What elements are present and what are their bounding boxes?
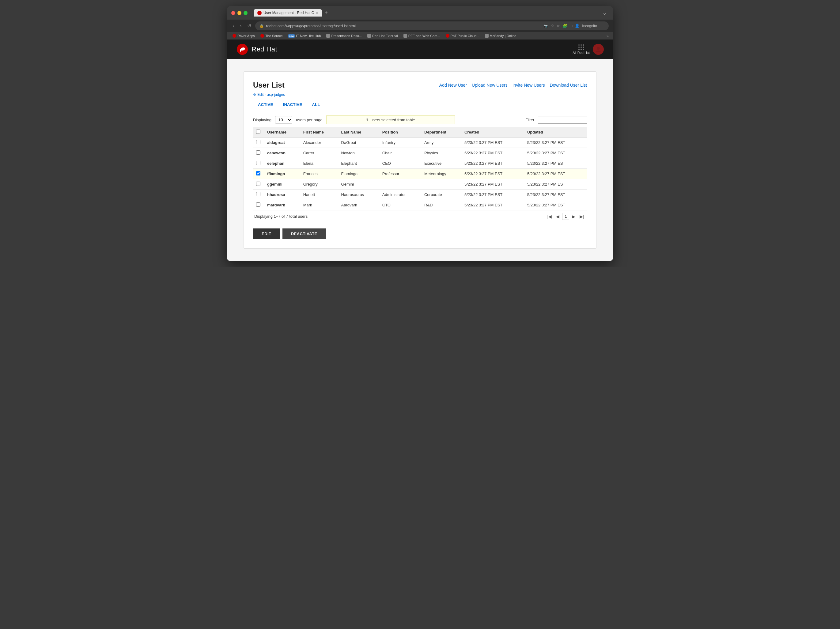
extensions-icon[interactable]: 🧩 <box>562 24 567 28</box>
camera-icon: 📷 <box>544 24 548 28</box>
tab-inactive[interactable]: INACTIVE <box>278 101 307 109</box>
tab-close-button[interactable]: ✕ <box>316 11 318 15</box>
minimize-button[interactable] <box>237 11 242 15</box>
redhat-logo-icon <box>236 43 248 55</box>
deactivate-button[interactable]: DEACTIVATE <box>283 229 326 239</box>
cell-firstname: Alexander <box>300 137 338 148</box>
bottom-actions: EDIT DEACTIVATE <box>253 229 587 239</box>
next-page-button[interactable]: ▶ <box>570 213 577 220</box>
edit-link[interactable]: ⚙ Edit - asp-judges <box>253 93 587 97</box>
pagination: |◀ ◀ 1 ▶ ▶| <box>546 213 586 220</box>
reload-button[interactable]: ↺ <box>246 22 253 29</box>
row-checkbox[interactable] <box>256 171 261 175</box>
star-icon[interactable]: ☆ <box>551 24 554 28</box>
more-bookmarks-icon[interactable]: » <box>606 34 609 38</box>
current-page: 1 <box>562 213 569 220</box>
browser-menu-icon[interactable]: ⌄ <box>602 9 609 16</box>
cell-username: fflamingo <box>264 169 300 179</box>
cell-username: aldagreat <box>264 137 300 148</box>
cell-lastname: Gemini <box>338 179 379 189</box>
select-all-checkbox[interactable] <box>256 129 261 134</box>
row-checkbox-cell <box>253 189 264 200</box>
displaying-info: Displaying 1–7 of 7 total users <box>254 214 308 219</box>
address-bar: ‹ › ↺ 🔒 redhat.com/wapps/ugc/protected/u… <box>227 20 613 32</box>
close-button[interactable] <box>231 11 235 15</box>
table-row: fflamingo Frances Flamingo Professor Met… <box>253 169 587 179</box>
bookmark-label: Presentation Reso... <box>331 34 362 38</box>
table-row: mardvark Mark Aardvark CTO R&D 5/23/22 3… <box>253 200 587 210</box>
row-checkbox[interactable] <box>256 192 261 196</box>
back-button[interactable]: ‹ <box>231 23 236 29</box>
download-user-list-link[interactable]: Download User List <box>550 83 587 88</box>
rh-header-right: All Red Hat <box>573 44 604 55</box>
invite-new-users-link[interactable]: Invite New Users <box>513 83 545 88</box>
prev-page-button[interactable]: ◀ <box>554 213 561 220</box>
red-hat-icon <box>446 34 449 38</box>
row-checkbox-cell <box>253 148 264 158</box>
tab-favicon <box>257 11 262 15</box>
row-checkbox[interactable] <box>256 181 261 186</box>
bookmark-label: Rover Apps <box>237 34 255 38</box>
tablet-icon: □ <box>570 24 572 28</box>
first-page-button[interactable]: |◀ <box>546 213 553 220</box>
add-new-user-link[interactable]: Add New User <box>439 83 467 88</box>
cell-updated: 5/23/22 3:27 PM EST <box>524 158 587 169</box>
row-checkbox[interactable] <box>256 161 261 165</box>
edit-button[interactable]: EDIT <box>253 229 280 239</box>
cell-created: 5/23/22 3:27 PM EST <box>461 189 524 200</box>
tab-all[interactable]: ALL <box>307 101 325 109</box>
cell-position: Administrator <box>379 189 421 200</box>
data-table: Username First Name Last Name Position D… <box>253 127 587 210</box>
select-all-header <box>253 127 264 137</box>
last-page-button[interactable]: ▶| <box>578 213 586 220</box>
bookmark-the-source[interactable]: The Source <box>259 33 284 38</box>
url-box[interactable]: 🔒 redhat.com/wapps/ugc/protected/usermgt… <box>255 21 609 30</box>
users-per-page-label: users per page <box>296 118 322 122</box>
new-badge: new <box>288 34 295 38</box>
page-actions: Add New User Upload New Users Invite New… <box>439 83 587 88</box>
upload-new-users-link[interactable]: Upload New Users <box>472 83 508 88</box>
bookmark-it-new-hire[interactable]: new IT New Hire Hub <box>287 33 322 38</box>
col-firstname: First Name <box>300 127 338 137</box>
svg-point-1 <box>597 47 600 50</box>
row-checkbox-cell <box>253 158 264 169</box>
forward-button[interactable]: › <box>238 23 243 29</box>
bookmark-pfe[interactable]: PFE and Web Com... <box>402 33 441 38</box>
row-checkbox-cell <box>253 137 264 148</box>
row-checkbox[interactable] <box>256 140 261 144</box>
pen-icon: ✏ <box>557 24 560 28</box>
chrome-menu-icon[interactable]: ⋮ <box>600 23 605 29</box>
all-rh-menu[interactable]: All Red Hat <box>573 44 590 55</box>
tab-bar: User Management - Red Hat C ✕ + <box>254 9 599 17</box>
cell-updated: 5/23/22 3:27 PM EST <box>524 137 587 148</box>
table-controls: Displaying 10 25 50 100 users per page 1… <box>253 115 587 125</box>
bookmark-mcsandy[interactable]: McSandy | Online <box>484 33 518 38</box>
edit-link-text: Edit - asp-judges <box>257 93 285 97</box>
traffic-lights <box>231 11 248 15</box>
bookmark-label: Red Hat External <box>372 34 398 38</box>
bookmark-presentation[interactable]: Presentation Reso... <box>325 33 363 38</box>
bookmark-red-hat-external[interactable]: Red Hat External <box>366 33 399 38</box>
active-tab[interactable]: User Management - Red Hat C ✕ <box>254 9 322 17</box>
bookmark-rover-apps[interactable]: Rover Apps <box>231 33 256 38</box>
row-checkbox[interactable] <box>256 202 261 207</box>
row-checkbox-cell <box>253 169 264 179</box>
user-avatar[interactable] <box>593 44 604 55</box>
cell-username: canewton <box>264 148 300 158</box>
the-source-icon <box>261 34 264 38</box>
row-checkbox[interactable] <box>256 150 261 154</box>
tab-active[interactable]: ACTIVE <box>253 101 278 109</box>
new-tab-button[interactable]: + <box>323 10 329 16</box>
cell-created: 5/23/22 3:27 PM EST <box>461 169 524 179</box>
cell-username: hhadrosa <box>264 189 300 200</box>
cell-position: CTO <box>379 200 421 210</box>
filter-input[interactable] <box>538 116 587 124</box>
cell-department: Army <box>421 137 461 148</box>
profile-icon[interactable]: 👤 <box>575 24 579 28</box>
per-page-select[interactable]: 10 25 50 100 <box>275 116 292 124</box>
cell-lastname: Aardvark <box>338 200 379 210</box>
rover-apps-icon <box>232 34 236 38</box>
maximize-button[interactable] <box>243 11 248 15</box>
cell-created: 5/23/22 3:27 PM EST <box>461 179 524 189</box>
bookmark-pnt[interactable]: PnT Public Cloud... <box>445 33 481 38</box>
